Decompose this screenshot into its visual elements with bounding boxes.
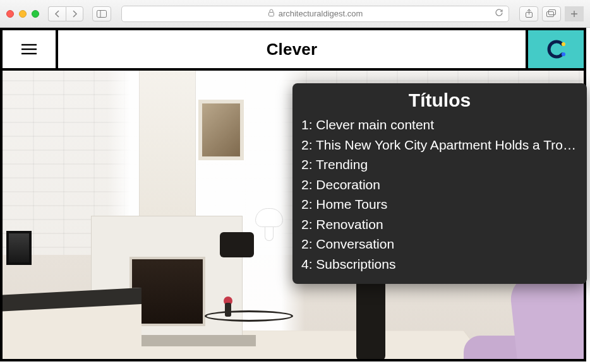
- rotor-title: Títulos: [301, 90, 578, 111]
- brand-logo-button[interactable]: [526, 30, 584, 68]
- rotor-item[interactable]: 2: Home Tours: [301, 194, 578, 214]
- url-text: architecturaldigest.com: [279, 9, 363, 18]
- toolbar-right: [519, 6, 584, 21]
- headings-rotor-panel: Títulos 1: Clever main content2: This Ne…: [292, 83, 587, 284]
- clever-logo-icon: [543, 37, 569, 62]
- site-title: Clever: [58, 30, 526, 68]
- address-bar[interactable]: architecturaldigest.com: [121, 6, 509, 22]
- svg-point-9: [562, 42, 565, 46]
- new-tab-button[interactable]: [565, 6, 584, 21]
- hamburger-icon: [20, 43, 38, 56]
- minimize-window-button[interactable]: [19, 10, 27, 18]
- lock-icon: [268, 9, 275, 19]
- site-header: Clever: [3, 30, 584, 71]
- sidebar-toggle-button[interactable]: [92, 6, 111, 21]
- rotor-item[interactable]: 2: Trending: [301, 155, 578, 175]
- close-window-button[interactable]: [6, 10, 14, 18]
- rotor-item[interactable]: 2: Conversation: [301, 234, 578, 254]
- rotor-list: 1: Clever main content2: This New York C…: [301, 115, 578, 274]
- svg-rect-5: [549, 10, 556, 15]
- back-button[interactable]: [48, 6, 66, 21]
- svg-rect-0: [97, 10, 107, 17]
- rotor-item[interactable]: 2: Renovation: [301, 214, 578, 235]
- reload-button[interactable]: [495, 8, 503, 19]
- rotor-item[interactable]: 1: Clever main content: [301, 115, 578, 135]
- nav-buttons: [48, 6, 83, 21]
- window-controls: [6, 10, 39, 18]
- menu-button[interactable]: [3, 30, 58, 68]
- rotor-item[interactable]: 4: Subscriptions: [301, 254, 578, 274]
- svg-rect-2: [268, 12, 274, 16]
- rotor-item[interactable]: 2: This New York City Apartment Holds a …: [301, 135, 578, 155]
- rotor-item[interactable]: 2: Decoration: [301, 175, 578, 195]
- browser-toolbar: architecturaldigest.com: [0, 0, 590, 28]
- fullscreen-window-button[interactable]: [32, 10, 39, 18]
- forward-button[interactable]: [66, 6, 83, 21]
- svg-point-10: [562, 52, 565, 56]
- svg-rect-4: [547, 12, 554, 17]
- tabs-button[interactable]: [542, 6, 561, 21]
- share-button[interactable]: [519, 6, 538, 21]
